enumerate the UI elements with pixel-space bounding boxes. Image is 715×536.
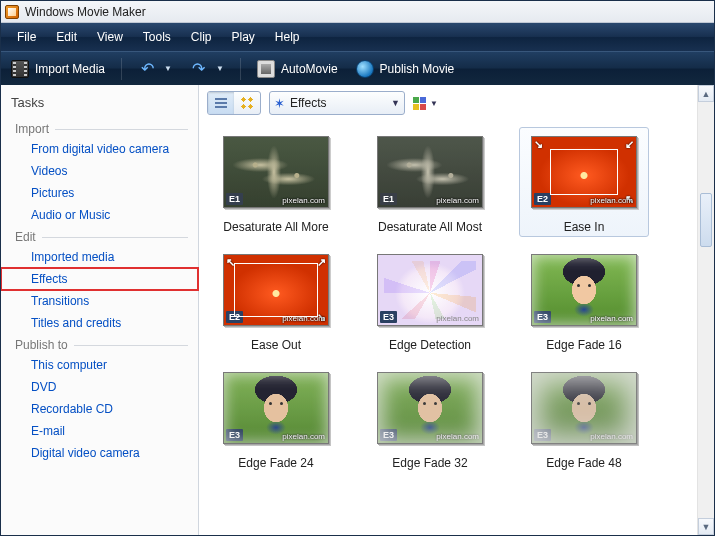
publish-label: Publish Movie bbox=[380, 62, 455, 76]
star-icon: ✶ bbox=[274, 96, 285, 111]
watermark: pixelan.com bbox=[282, 314, 325, 323]
thumbnail-size-button[interactable]: ▼ bbox=[413, 92, 435, 114]
menu-file[interactable]: File bbox=[7, 25, 46, 49]
redo-button[interactable]: ▼ bbox=[186, 57, 228, 81]
watermark: pixelan.com bbox=[436, 196, 479, 205]
publish-movie-button[interactable]: Publish Movie bbox=[352, 57, 459, 81]
effect-thumbnail: E3 pixelan.com bbox=[531, 372, 637, 444]
app-icon bbox=[5, 5, 19, 19]
toolbar-separator bbox=[121, 58, 122, 80]
collection-combo[interactable]: ✶ Effects ▼ bbox=[269, 91, 405, 115]
menu-view[interactable]: View bbox=[87, 25, 133, 49]
task-link-imported[interactable]: Imported media bbox=[1, 246, 198, 268]
effect-item-desaturate-all-more[interactable]: E1 pixelan.com Desaturate All More bbox=[211, 127, 341, 237]
automovie-button[interactable]: AutoMovie bbox=[253, 57, 342, 81]
effect-thumbnail: E3 pixelan.com bbox=[377, 372, 483, 444]
effect-label: Edge Fade 24 bbox=[215, 456, 337, 470]
effect-thumbnail: E3 pixelan.com bbox=[531, 254, 637, 326]
effect-item-desaturate-all-most[interactable]: E1 pixelan.com Desaturate All Most bbox=[365, 127, 495, 237]
effect-badge: E1 bbox=[380, 193, 397, 205]
view-details-button[interactable] bbox=[208, 92, 234, 114]
effect-label: Ease In bbox=[523, 220, 645, 234]
effect-badge: E3 bbox=[380, 311, 397, 323]
title-bar: Windows Movie Maker bbox=[1, 1, 714, 23]
content-toolbar: ✶ Effects ▼ ▼ bbox=[199, 85, 714, 121]
watermark: pixelan.com bbox=[590, 314, 633, 323]
app-title: Windows Movie Maker bbox=[25, 5, 146, 19]
task-link-effects[interactable]: Effects bbox=[1, 268, 198, 290]
watermark: pixelan.com bbox=[590, 196, 633, 205]
chevron-down-icon: ▼ bbox=[430, 99, 438, 108]
import-media-button[interactable]: Import Media bbox=[7, 57, 109, 81]
task-link-email[interactable]: E-mail bbox=[1, 420, 198, 442]
menu-help[interactable]: Help bbox=[265, 25, 310, 49]
effects-grid: E1 pixelan.com Desaturate All More E1 pi… bbox=[199, 121, 714, 535]
view-thumbnails-button[interactable] bbox=[234, 92, 260, 114]
task-link-transitions[interactable]: Transitions bbox=[1, 290, 198, 312]
effect-label: Desaturate All More bbox=[215, 220, 337, 234]
effect-label: Edge Fade 48 bbox=[523, 456, 645, 470]
effect-item-edge-fade-24[interactable]: E3 pixelan.com Edge Fade 24 bbox=[211, 363, 341, 473]
grid-icon bbox=[413, 97, 426, 110]
view-toggle bbox=[207, 91, 261, 115]
tasks-pane: Tasks Import From digital video camera V… bbox=[1, 85, 199, 535]
watermark: pixelan.com bbox=[436, 432, 479, 441]
effect-label: Edge Detection bbox=[369, 338, 491, 352]
watermark: pixelan.com bbox=[436, 314, 479, 323]
effect-thumbnail: ↖↗↙↘ E2 pixelan.com bbox=[223, 254, 329, 326]
effect-item-ease-in[interactable]: ↘↙↗↖ E2 pixelan.com Ease In bbox=[519, 127, 649, 237]
effect-item-edge-detection[interactable]: E3 pixelan.com Edge Detection bbox=[365, 245, 495, 355]
effect-badge: E3 bbox=[534, 311, 551, 323]
scroll-up-button[interactable]: ▲ bbox=[698, 85, 714, 102]
effect-item-edge-fade-48[interactable]: E3 pixelan.com Edge Fade 48 bbox=[519, 363, 649, 473]
effect-item-edge-fade-32[interactable]: E3 pixelan.com Edge Fade 32 bbox=[365, 363, 495, 473]
automovie-icon bbox=[257, 60, 275, 78]
undo-button[interactable]: ▼ bbox=[134, 57, 176, 81]
effect-label: Edge Fade 16 bbox=[523, 338, 645, 352]
import-media-label: Import Media bbox=[35, 62, 105, 76]
toolbar-separator bbox=[240, 58, 241, 80]
task-link-this-computer[interactable]: This computer bbox=[1, 354, 198, 376]
task-link-cd[interactable]: Recordable CD bbox=[1, 398, 198, 420]
effect-item-edge-fade-16[interactable]: E3 pixelan.com Edge Fade 16 bbox=[519, 245, 649, 355]
watermark: pixelan.com bbox=[282, 196, 325, 205]
task-link-audio[interactable]: Audio or Music bbox=[1, 204, 198, 226]
chevron-down-icon: ▼ bbox=[164, 64, 172, 73]
menu-tools[interactable]: Tools bbox=[133, 25, 181, 49]
vertical-scrollbar[interactable]: ▲ ▼ bbox=[697, 85, 714, 535]
effect-thumbnail: E3 pixelan.com bbox=[223, 372, 329, 444]
undo-icon bbox=[138, 60, 156, 78]
menu-edit[interactable]: Edit bbox=[46, 25, 87, 49]
effect-badge: E3 bbox=[226, 429, 243, 441]
task-link-titles[interactable]: Titles and credits bbox=[1, 312, 198, 334]
collection-combo-label: Effects bbox=[290, 96, 386, 110]
scroll-down-button[interactable]: ▼ bbox=[698, 518, 714, 535]
tasks-heading: Tasks bbox=[1, 91, 198, 118]
tasks-group-edit: Edit bbox=[1, 226, 198, 246]
watermark: pixelan.com bbox=[590, 432, 633, 441]
tasks-group-publish: Publish to bbox=[1, 334, 198, 354]
effect-thumbnail: E1 pixelan.com bbox=[223, 136, 329, 208]
toolbar: Import Media ▼ ▼ AutoMovie Publish Movie bbox=[1, 51, 714, 85]
tasks-group-import: Import bbox=[1, 118, 198, 138]
content-pane: ✶ Effects ▼ ▼ E1 pixelan.com Desaturate … bbox=[199, 85, 714, 535]
redo-icon bbox=[190, 60, 208, 78]
effect-thumbnail: E3 pixelan.com bbox=[377, 254, 483, 326]
effect-item-ease-out[interactable]: ↖↗↙↘ E2 pixelan.com Ease Out bbox=[211, 245, 341, 355]
globe-icon bbox=[356, 60, 374, 78]
task-link-pictures[interactable]: Pictures bbox=[1, 182, 198, 204]
chevron-down-icon: ▼ bbox=[391, 98, 400, 108]
task-link-videos[interactable]: Videos bbox=[1, 160, 198, 182]
effect-thumbnail: ↘↙↗↖ E2 pixelan.com bbox=[531, 136, 637, 208]
watermark: pixelan.com bbox=[282, 432, 325, 441]
task-link-camera[interactable]: From digital video camera bbox=[1, 138, 198, 160]
effect-badge: E2 bbox=[534, 193, 551, 205]
effect-badge: E1 bbox=[226, 193, 243, 205]
menu-bar: File Edit View Tools Clip Play Help bbox=[1, 23, 714, 51]
scroll-thumb[interactable] bbox=[700, 193, 712, 247]
menu-play[interactable]: Play bbox=[222, 25, 265, 49]
menu-clip[interactable]: Clip bbox=[181, 25, 222, 49]
task-link-dvcam[interactable]: Digital video camera bbox=[1, 442, 198, 464]
task-link-dvd[interactable]: DVD bbox=[1, 376, 198, 398]
effect-label: Desaturate All Most bbox=[369, 220, 491, 234]
